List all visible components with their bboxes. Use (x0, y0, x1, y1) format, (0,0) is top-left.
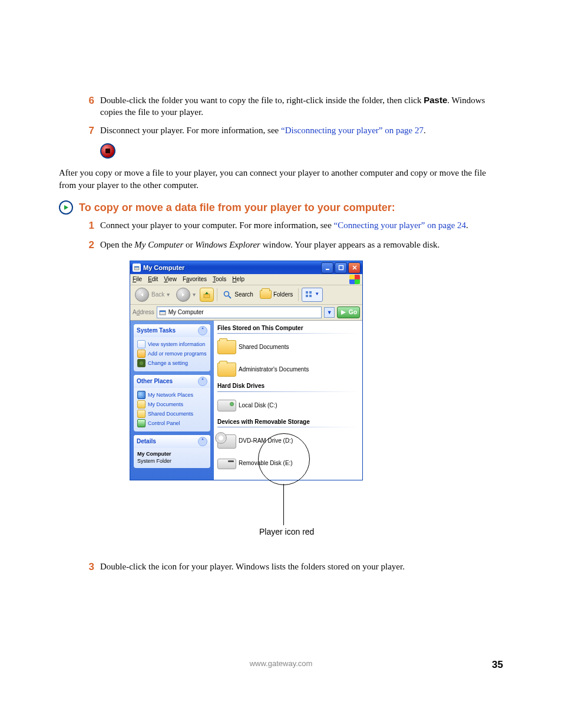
separator (298, 288, 299, 301)
app-icon (133, 263, 141, 272)
place-link[interactable]: My Documents (137, 400, 207, 409)
address-dropdown-button[interactable]: ▼ (324, 307, 335, 318)
end-of-procedure-icon (100, 143, 115, 159)
back-label: Back (151, 291, 164, 299)
svg-point-11 (224, 291, 229, 296)
svg-marker-0 (64, 205, 68, 210)
menu-help[interactable]: Help (232, 275, 244, 284)
task-link[interactable]: Change a setting (137, 358, 207, 368)
close-button[interactable] (348, 262, 361, 274)
task-pane: System Tasks ˄ View system information A… (130, 321, 214, 480)
folders-button[interactable]: Folders (257, 288, 295, 301)
step-body: Double-click the icon for your player. W… (100, 561, 503, 574)
menu-tools[interactable]: Tools (213, 275, 226, 284)
panel-other-places: Other Places ˄ My Network Places My Docu… (134, 375, 210, 431)
my-computer-icon (159, 309, 166, 316)
ui-term-paste: Paste (424, 95, 447, 105)
task-link[interactable]: Add or remove programs (137, 349, 207, 358)
menu-edit[interactable]: Edit (148, 275, 158, 284)
client-area: System Tasks ˄ View system information A… (130, 321, 362, 480)
callout-label: Player icon red (259, 526, 314, 538)
place-link[interactable]: My Network Places (137, 390, 207, 400)
menu-file[interactable]: File (133, 275, 142, 284)
svg-rect-3 (326, 269, 329, 270)
svg-rect-9 (204, 294, 210, 298)
task-link[interactable]: View system information (137, 340, 207, 349)
manual-page: 6 Double-click the folder you want to co… (0, 0, 562, 728)
step-7: 7 Disconnect your player. For more infor… (77, 124, 503, 138)
item-label: Administrator's Documents (239, 365, 309, 374)
callout: Player icon red (130, 484, 362, 555)
up-folder-icon (203, 291, 211, 299)
standard-toolbar: Back ▾ ▾ Search Folders (130, 285, 362, 305)
forward-icon (176, 288, 190, 302)
address-bar: Address My Computer ▼ Go (130, 305, 362, 321)
menu-favorites[interactable]: Favorites (183, 275, 207, 284)
page-footer: www.gateway.com 35 (59, 658, 503, 669)
up-button[interactable] (200, 288, 214, 302)
svg-rect-13 (306, 291, 308, 294)
place-link[interactable]: Shared Documents (137, 409, 207, 419)
panel-header[interactable]: Other Places ˄ (134, 375, 210, 388)
page-number: 35 (492, 658, 503, 672)
content-pane: Files Stored on This Computer Shared Doc… (214, 321, 362, 480)
text: Connect your player to your computer. Fo… (100, 220, 334, 230)
svg-rect-14 (309, 291, 312, 294)
views-button[interactable]: ▼ (302, 288, 323, 302)
list-item[interactable]: DVD-RAM Drive (D:) (217, 431, 359, 451)
folder-icon (260, 290, 272, 299)
settings-icon (137, 359, 146, 367)
list-item-removable-disk[interactable]: Removable Disk (E:) (217, 453, 359, 473)
ui-term: My Computer (134, 240, 183, 249)
svg-marker-19 (341, 310, 346, 315)
separator (217, 288, 217, 301)
minimize-button[interactable] (321, 262, 333, 274)
text: Open the (100, 240, 134, 249)
panel-title: System Tasks (137, 327, 176, 335)
panel-header[interactable]: System Tasks ˄ (134, 324, 210, 337)
list-item[interactable]: Shared Documents (217, 337, 359, 357)
chevron-down-icon: ▼ (315, 291, 319, 298)
step-number: 7 (77, 124, 100, 138)
panel-title: Other Places (137, 377, 173, 386)
maximize-button[interactable] (335, 262, 347, 274)
collapse-icon[interactable]: ˄ (198, 377, 207, 386)
address-label: Address (133, 308, 154, 317)
go-arrow-icon (340, 309, 347, 316)
link-label: Shared Documents (148, 410, 193, 417)
step-number: 2 (77, 239, 100, 252)
back-button[interactable]: Back ▾ (133, 288, 172, 302)
svg-rect-2 (134, 266, 139, 268)
list-item[interactable]: Local Disk (C:) (217, 396, 359, 416)
address-input[interactable]: My Computer (157, 307, 322, 318)
list-item[interactable]: Administrator's Documents (217, 360, 359, 380)
text: window. Your player appears as a removab… (260, 240, 439, 249)
forward-button[interactable]: ▾ (174, 288, 198, 302)
cross-ref-link[interactable]: “Connecting your player” on page 24 (334, 220, 467, 230)
go-button[interactable]: Go (337, 307, 360, 318)
search-button[interactable]: Search (220, 288, 256, 302)
group-separator (217, 333, 359, 334)
cross-ref-link[interactable]: “Disconnecting your player” on page 27 (281, 126, 424, 135)
details-line-1: My Computer (137, 451, 171, 457)
collapse-icon[interactable]: ˄ (198, 437, 207, 446)
link-label: My Network Places (148, 391, 193, 398)
menu-view[interactable]: View (164, 275, 177, 284)
panel-header[interactable]: Details ˄ (134, 435, 210, 448)
link-label: Add or remove programs (148, 350, 207, 357)
go-label: Go (349, 308, 357, 317)
group-separator (217, 427, 359, 427)
window-titlebar[interactable]: My Computer (130, 261, 362, 274)
svg-rect-16 (309, 295, 312, 297)
svg-rect-4 (339, 266, 343, 270)
views-icon (305, 291, 313, 299)
menu-bar: File Edit View Favorites Tools Help (130, 274, 362, 285)
search-label: Search (234, 291, 253, 299)
ui-term: Windows Explorer (195, 240, 260, 249)
place-link[interactable]: Control Panel (137, 419, 207, 428)
group-heading: Devices with Removable Storage (217, 418, 359, 426)
step-number: 1 (77, 219, 100, 233)
step-2: 2 Open the My Computer or Windows Explor… (77, 239, 503, 252)
collapse-icon[interactable]: ˄ (198, 326, 207, 335)
address-value: My Computer (168, 308, 204, 317)
